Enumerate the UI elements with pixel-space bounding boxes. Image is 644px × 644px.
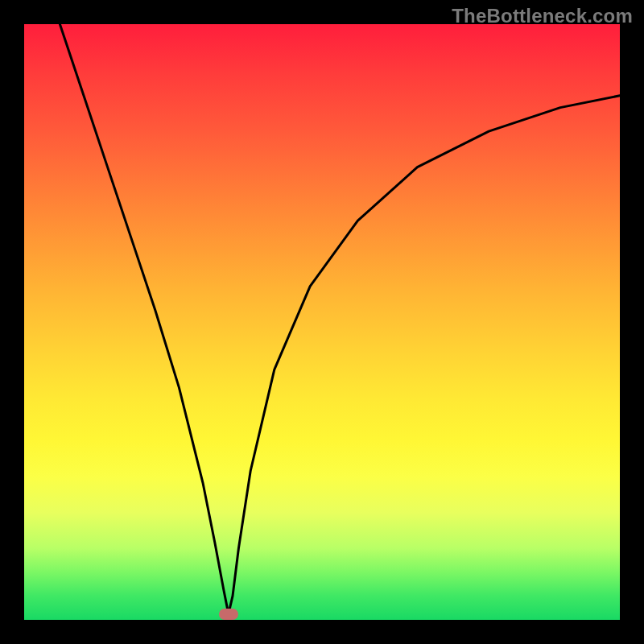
bottleneck-curve xyxy=(0,0,644,644)
optimal-point-marker xyxy=(219,609,238,620)
